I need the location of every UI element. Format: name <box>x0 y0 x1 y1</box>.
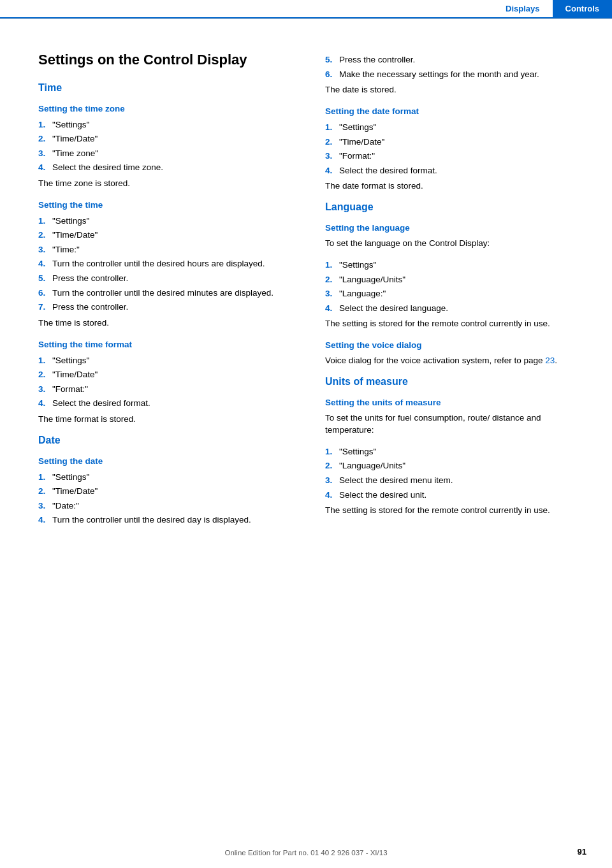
list-item: 1."Settings" <box>325 121 586 134</box>
section-language-heading: Language <box>325 201 586 213</box>
step-text: "Time/Date" <box>339 136 586 148</box>
list-item: 3."Language:" <box>325 287 586 300</box>
list-item: 4.Select the desired language. <box>325 302 586 315</box>
step-num: 3. <box>38 383 52 396</box>
step-num: 1. <box>38 471 52 484</box>
step-text: Turn the controller until the desired mi… <box>52 287 300 300</box>
list-item: 1."Settings" <box>38 471 300 484</box>
step-num: 3. <box>325 287 339 300</box>
step-text: "Time/Date" <box>52 368 300 381</box>
voice-dialog-link[interactable]: 23 <box>545 356 555 365</box>
header-tabs: Displays Controls <box>0 0 612 18</box>
list-item: 3.Select the desired menu item. <box>325 474 586 487</box>
step-num: 1. <box>38 119 52 131</box>
subsection-time-heading: Setting the time <box>38 200 300 210</box>
section-date-heading: Date <box>38 435 300 446</box>
step-text: Press the controller. <box>52 301 300 314</box>
subsection-dateformat-heading: Setting the date format <box>325 106 586 116</box>
step-text: Select the desired menu item. <box>339 474 586 487</box>
header-divider <box>0 18 612 19</box>
list-item: 3."Time:" <box>38 243 300 256</box>
step-text: Select the desired unit. <box>339 489 586 502</box>
subsection-language-heading: Setting the language <box>325 223 586 233</box>
section-units-heading: Units of measure <box>325 376 586 387</box>
units-result: The setting is stored for the remote con… <box>325 505 586 517</box>
tab-controls[interactable]: Controls <box>553 0 612 17</box>
step-num: 4. <box>38 257 52 270</box>
time-steps: 1."Settings" 2."Time/Date" 3."Time:" 4.T… <box>38 215 300 314</box>
step-text: "Time:" <box>52 243 300 256</box>
main-content: Settings on the Control Display Time Set… <box>0 32 612 568</box>
date-result: The date is stored. <box>325 84 586 96</box>
step-num: 3. <box>38 147 52 160</box>
step-text: "Settings" <box>339 259 586 271</box>
page-number: 91 <box>578 847 586 857</box>
step-num: 2. <box>325 273 339 286</box>
voice-dialog-after: . <box>555 356 557 365</box>
list-item: 2."Language/Units" <box>325 273 586 286</box>
step-text: Turn the controller until the desired ho… <box>52 257 300 270</box>
step-num: 3. <box>38 243 52 256</box>
step-num: 2. <box>325 459 339 472</box>
timezone-steps: 1."Settings" 2."Time/Date" 3."Time zone"… <box>38 119 300 174</box>
list-item: 1."Settings" <box>38 215 300 228</box>
subsection-date-heading: Setting the date <box>38 456 300 466</box>
tab-displays[interactable]: Displays <box>493 0 552 17</box>
list-item: 4.Select the desired time zone. <box>38 161 300 174</box>
step-text: "Language:" <box>339 287 586 300</box>
step-text: Select the desired language. <box>339 302 586 315</box>
step-num: 6. <box>38 287 52 300</box>
step-text: Press the controller. <box>52 272 300 285</box>
list-item: 7.Press the controller. <box>38 301 300 314</box>
list-item: 3."Time zone" <box>38 147 300 160</box>
step-num: 1. <box>325 121 339 134</box>
date-steps: 1."Settings" 2."Time/Date" 3."Date:" 4.T… <box>38 471 300 526</box>
list-item: 2."Time/Date" <box>38 133 300 145</box>
step-text: Select the desired format. <box>52 397 300 410</box>
units-steps: 1."Settings" 2."Language/Units" 3.Select… <box>325 445 586 501</box>
step-num: 5. <box>38 272 52 285</box>
step-num: 3. <box>38 500 52 512</box>
list-item: 2."Time/Date" <box>38 229 300 242</box>
step-num: 4. <box>325 302 339 315</box>
list-item: 4.Turn the controller until the desired … <box>38 514 300 526</box>
step-text: "Settings" <box>52 119 300 131</box>
page-title: Settings on the Control Display <box>38 51 300 69</box>
list-item: 1."Settings" <box>38 354 300 367</box>
language-intro: To set the language on the Control Displ… <box>325 238 586 250</box>
subsection-timezone-heading: Setting the time zone <box>38 104 300 113</box>
step-text: "Time zone" <box>52 147 300 160</box>
step-text: "Format:" <box>52 383 300 396</box>
list-item: 5.Press the controller. <box>325 54 586 66</box>
step-num: 1. <box>38 354 52 367</box>
time-result: The time is stored. <box>38 317 300 329</box>
step-text: "Time/Date" <box>52 485 300 498</box>
list-item: 3."Date:" <box>38 500 300 512</box>
list-item: 2."Language/Units" <box>325 459 586 472</box>
list-item: 6.Turn the controller until the desired … <box>38 287 300 300</box>
dateformat-result: The date format is stored. <box>325 180 586 192</box>
list-item: 2."Time/Date" <box>325 136 586 148</box>
list-item: 6.Make the necessary settings for the mo… <box>325 68 586 81</box>
list-item: 2."Time/Date" <box>38 368 300 381</box>
subsection-timeformat-heading: Setting the time format <box>38 340 300 349</box>
step-num: 2. <box>38 485 52 498</box>
timeformat-steps: 1."Settings" 2."Time/Date" 3."Format:" 4… <box>38 354 300 410</box>
list-item: 4.Select the desired format. <box>38 397 300 410</box>
step-num: 2. <box>38 368 52 381</box>
step-num: 1. <box>325 445 339 458</box>
step-num: 2. <box>325 136 339 148</box>
footer: Online Edition for Part no. 01 40 2 926 … <box>0 849 612 857</box>
step-text: "Format:" <box>339 150 586 163</box>
step-num: 4. <box>38 397 52 410</box>
step-text: Make the necessary settings for the mont… <box>339 68 586 81</box>
step-num: 5. <box>325 54 339 66</box>
step-num: 3. <box>325 474 339 487</box>
step-num: 3. <box>325 150 339 163</box>
step-text: "Time/Date" <box>52 229 300 242</box>
language-steps: 1."Settings" 2."Language/Units" 3."Langu… <box>325 259 586 314</box>
list-item: 4.Select the desired unit. <box>325 489 586 502</box>
step-num: 4. <box>38 161 52 174</box>
list-item: 4.Select the desired format. <box>325 164 586 177</box>
list-item: 3."Format:" <box>325 150 586 163</box>
